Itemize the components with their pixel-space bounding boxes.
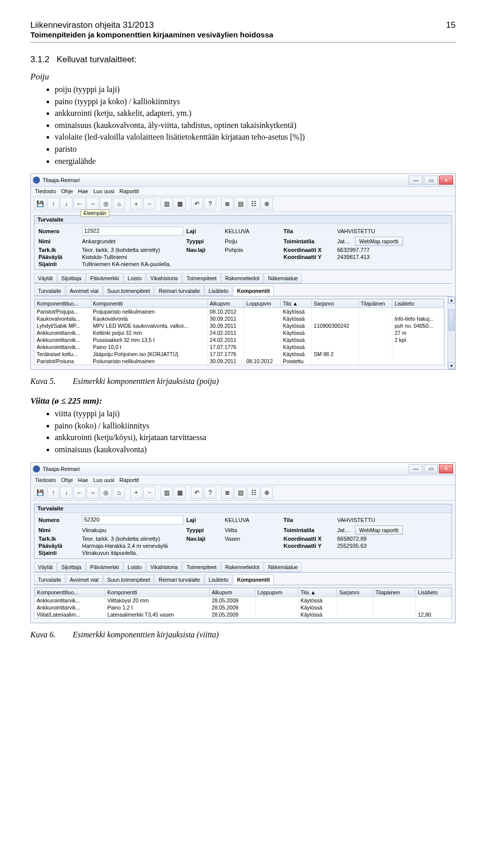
- col-header[interactable]: Lisätieto: [416, 588, 452, 596]
- table-row[interactable]: Ankkurointitarvik...Kettinki poijui 32 m…: [35, 329, 444, 336]
- col-header[interactable]: Alkupvm: [210, 588, 255, 596]
- col-header[interactable]: Komponentti: [105, 588, 209, 596]
- value-numero[interactable]: 12922: [82, 227, 183, 236]
- scroll-up-icon[interactable]: ▲: [448, 296, 455, 303]
- target-icon[interactable]: ◎: [100, 487, 112, 499]
- menu-item[interactable]: Ohje: [61, 188, 73, 194]
- maximize-button[interactable]: ▭: [424, 464, 438, 473]
- menu-item[interactable]: Hae: [78, 477, 88, 483]
- maximize-button[interactable]: ▭: [424, 176, 438, 185]
- tab[interactable]: Vikahistoria: [146, 273, 182, 283]
- menu-item[interactable]: Luo uusi: [93, 477, 114, 483]
- table-row[interactable]: Ankkurointitarvik...Pussisakkeli 32 mm 1…: [35, 336, 444, 343]
- col-header[interactable]: Tila ▲: [280, 299, 311, 308]
- tab[interactable]: Turvalaite: [34, 286, 65, 296]
- menu-item[interactable]: Tiedosto: [35, 477, 56, 483]
- scroll-down-icon[interactable]: ▼: [448, 362, 455, 369]
- arrow-down-icon[interactable]: ↓: [60, 198, 72, 210]
- tab[interactable]: Turvalaite: [34, 575, 65, 585]
- tab[interactable]: Toimenpiteet: [182, 273, 221, 283]
- menu-item[interactable]: Luo uusi: [93, 188, 114, 194]
- tab[interactable]: Vikahistoria: [146, 562, 182, 572]
- webmap-report-button[interactable]: WebMap raportti: [355, 237, 403, 246]
- tab[interactable]: Näkemäalue: [264, 562, 302, 572]
- table-icon[interactable]: ▤: [234, 487, 247, 499]
- close-button[interactable]: ✕: [439, 176, 453, 185]
- table-icon[interactable]: ▤: [234, 198, 247, 210]
- bars-icon[interactable]: ≣: [221, 198, 233, 210]
- tab[interactable]: Rakennetiedot: [221, 562, 264, 572]
- table-row[interactable]: Ankkurointitarvik...Paino 1,2 t28.05.200…: [35, 604, 452, 611]
- minimize-button[interactable]: —: [409, 464, 423, 473]
- tab-komponentit[interactable]: Komponentit: [233, 286, 274, 296]
- table-row[interactable]: Lyhdyt/Sabik MP...MPV LED WIDE kaukovalv…: [35, 322, 444, 329]
- arrow-up-icon[interactable]: ↑: [47, 198, 59, 210]
- help-icon[interactable]: ?: [204, 198, 216, 210]
- tab[interactable]: Loisto: [124, 562, 146, 572]
- home-icon[interactable]: ⌂: [113, 198, 125, 210]
- menu-item[interactable]: Raportit: [119, 188, 139, 194]
- tab[interactable]: Avoimet viat: [66, 575, 103, 585]
- help-icon[interactable]: ?: [204, 487, 216, 499]
- table-row[interactable]: Viitat/Lateriaalim...Lateraalimerkki T3,…: [35, 611, 452, 618]
- col-header[interactable]: Komponenttiluo...: [35, 588, 105, 596]
- columns-icon[interactable]: ▥: [160, 487, 173, 499]
- undo-icon[interactable]: ↶: [191, 487, 203, 499]
- grid-icon[interactable]: ▦: [174, 487, 186, 499]
- chart-icon[interactable]: ☷: [248, 198, 260, 210]
- table-row[interactable]: Ankkurointitarvik...Paino 10,0 t17.07.17…: [35, 343, 444, 351]
- save-icon[interactable]: 💾: [34, 198, 46, 210]
- menu-item[interactable]: Ohje: [61, 477, 73, 483]
- col-header[interactable]: Loppupvm: [255, 588, 298, 596]
- plus-icon[interactable]: ＋: [130, 487, 142, 499]
- tab[interactable]: Toimenpiteet: [182, 562, 221, 572]
- table-row[interactable]: Paristot/Poijupa...Poijuparisto nelikulm…: [35, 308, 444, 316]
- tab[interactable]: Reimari turvalaite: [154, 575, 204, 585]
- tab[interactable]: Rakennetiedot: [221, 273, 264, 283]
- chart-icon[interactable]: ☷: [248, 487, 260, 499]
- menu-item[interactable]: Tiedosto: [35, 188, 56, 194]
- col-header[interactable]: Lisätieto: [392, 299, 444, 308]
- table-row[interactable]: Kaukovalvontala...Kaukovalvonta30.09.201…: [35, 315, 444, 322]
- col-header[interactable]: Sarjanro: [311, 299, 358, 308]
- table-row[interactable]: Teräksiset kellu...Jääpoiju Pohjoinen is…: [35, 351, 444, 358]
- arrow-left-icon[interactable]: ←: [73, 198, 86, 210]
- globe-icon[interactable]: ⊕: [261, 198, 273, 210]
- arrow-right-icon[interactable]: →: [87, 198, 99, 210]
- col-header[interactable]: Loppupvm: [244, 299, 280, 308]
- grid-icon[interactable]: ▦: [174, 198, 186, 210]
- webmap-report-button[interactable]: WebMap raportti: [355, 526, 403, 535]
- col-header[interactable]: Komponenttiluo...: [35, 299, 91, 308]
- scrollbar[interactable]: ▲ ▼: [448, 296, 455, 369]
- save-icon[interactable]: 💾: [34, 487, 46, 499]
- tab[interactable]: Sijoittaja: [57, 562, 86, 572]
- tab-komponentit[interactable]: Komponentit: [233, 575, 274, 585]
- table-row[interactable]: Paristot/PoiiunaPoiiunaristo nelikulmain…: [35, 358, 444, 365]
- col-header[interactable]: Sarjanro: [337, 588, 373, 596]
- tab[interactable]: Lisätieto: [205, 575, 232, 585]
- arrow-down-icon[interactable]: ↓: [60, 487, 72, 499]
- value-numero[interactable]: 52320: [82, 515, 183, 525]
- tab[interactable]: Suun.toimenpiteet: [103, 575, 154, 585]
- globe-icon[interactable]: ⊕: [261, 487, 273, 499]
- tab[interactable]: Reimari turvalaite: [154, 286, 204, 296]
- tab[interactable]: Suun.toimenpiteet: [103, 286, 154, 296]
- tab[interactable]: Päivämerkki: [86, 562, 123, 572]
- arrow-left-icon[interactable]: ←: [73, 487, 86, 499]
- home-icon[interactable]: ⌂: [113, 487, 125, 499]
- menu-item[interactable]: Hae: [78, 188, 88, 194]
- target-icon[interactable]: ◎: [100, 198, 112, 210]
- tab[interactable]: Väylät: [34, 562, 57, 572]
- tab[interactable]: Päivämerkki: [86, 273, 123, 283]
- plus-icon[interactable]: ＋: [130, 198, 142, 210]
- undo-icon[interactable]: ↶: [191, 198, 203, 210]
- col-header[interactable]: Alkupvm: [208, 299, 244, 308]
- col-header[interactable]: Tilapäinen: [358, 299, 392, 308]
- minus-icon[interactable]: －: [143, 487, 155, 499]
- minus-icon[interactable]: －: [143, 198, 155, 210]
- tab[interactable]: Väylät: [34, 273, 57, 283]
- tab[interactable]: Lisätieto: [205, 286, 232, 296]
- tab[interactable]: Näkemäalue: [264, 273, 302, 283]
- tab[interactable]: Avoimet viat: [66, 286, 103, 296]
- col-header[interactable]: Komponentti: [91, 299, 208, 308]
